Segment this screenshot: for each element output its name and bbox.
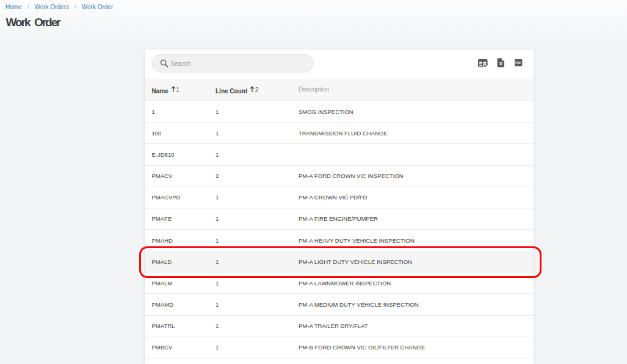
svg-text:PDF: PDF: [515, 61, 521, 64]
svg-text:X: X: [499, 61, 502, 66]
